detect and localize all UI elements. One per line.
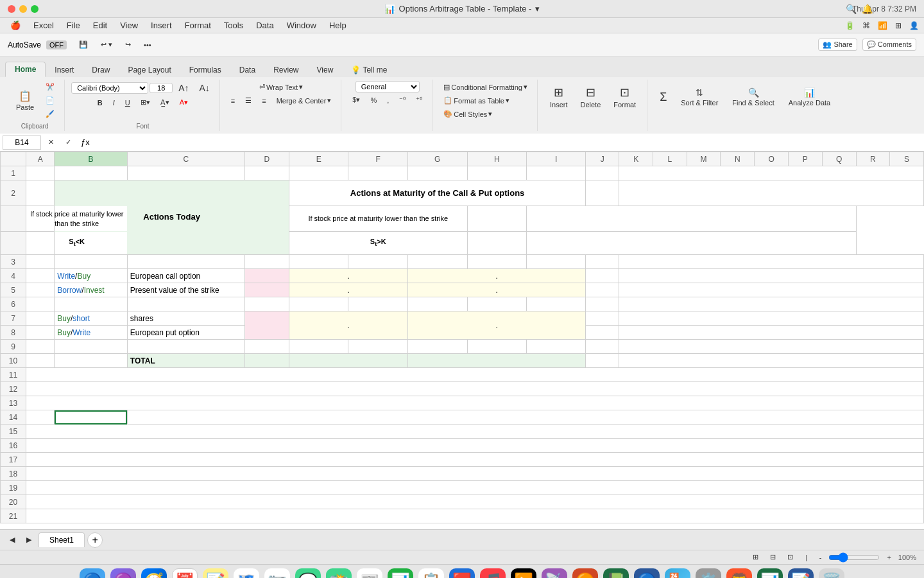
col-header-l[interactable]: L [653, 152, 687, 166]
cell-f1[interactable] [348, 166, 407, 180]
cell-j2[interactable] [586, 180, 619, 206]
short-link[interactable]: short [73, 314, 90, 323]
cancel-formula-button[interactable]: ✕ [44, 136, 58, 148]
save-button[interactable]: 💾 [74, 39, 92, 51]
cell-j8[interactable] [586, 326, 619, 340]
cell-k3-s3[interactable] [619, 255, 924, 269]
confirm-formula-button[interactable]: ✓ [61, 136, 76, 148]
underline-button[interactable]: U [121, 97, 135, 109]
cell-e4[interactable]: . [289, 269, 407, 283]
cell-c1[interactable] [127, 166, 244, 180]
cell-j3[interactable] [586, 255, 619, 269]
tab-page-layout[interactable]: Page Layout [119, 63, 180, 77]
cell-c7[interactable]: shares [127, 311, 244, 326]
cell-f6[interactable] [348, 297, 407, 311]
control-center-icon[interactable]: ⊞ [895, 21, 902, 30]
col-header-p[interactable]: P [789, 152, 823, 166]
tab-formulas[interactable]: Formulas [180, 63, 230, 77]
buy2-link[interactable]: Buy [57, 314, 71, 323]
cell-e5[interactable]: . [289, 283, 407, 297]
cell-k2-s2[interactable] [619, 180, 924, 206]
col-header-d[interactable]: D [244, 152, 289, 166]
tab-draw[interactable]: Draw [83, 63, 119, 77]
cell-c9[interactable] [127, 340, 244, 354]
formula-input[interactable] [95, 136, 921, 150]
scroll-right-tab[interactable]: ▶ [22, 534, 36, 546]
cell-e9[interactable] [289, 340, 348, 354]
cell-c14-s14[interactable] [127, 410, 923, 425]
cell-k1-s1[interactable] [619, 166, 924, 180]
cell-b9[interactable] [55, 340, 128, 354]
cell-k10-s10[interactable] [619, 354, 924, 368]
cell-k4-s4[interactable] [619, 269, 924, 283]
bold-button[interactable]: B [93, 97, 107, 109]
autosave-toggle[interactable]: OFF [46, 40, 67, 49]
help-menu[interactable]: Help [324, 19, 352, 31]
dock-photos[interactable]: 📷 [264, 568, 290, 579]
undo-dropdown-button[interactable]: ↩︎ ▾ [96, 39, 117, 51]
col-header-r[interactable]: R [856, 152, 890, 166]
cell-h9[interactable] [467, 340, 527, 354]
buy3-link[interactable]: Buy [57, 328, 71, 337]
decrease-decimal-button[interactable]: ⁻⁰ [395, 94, 410, 106]
col-header-o[interactable]: O [755, 152, 789, 166]
cell-g3[interactable] [407, 255, 467, 269]
dock-safari[interactable]: 🧭 [141, 568, 167, 579]
font-color-button[interactable]: A▾ [175, 96, 193, 109]
dock-news[interactable]: 📰 [357, 568, 382, 579]
dock-apple-tv[interactable]: ▶️ [511, 568, 536, 579]
cell-d1[interactable] [244, 166, 289, 180]
data-menu[interactable]: Data [251, 19, 278, 31]
cell-c4[interactable]: European call option [127, 269, 244, 283]
col-header-m[interactable]: M [687, 152, 721, 166]
cell-a6[interactable] [26, 297, 55, 311]
border-button[interactable]: ⊞▾ [136, 96, 155, 109]
zoom-slider[interactable] [828, 552, 880, 563]
cell-j9[interactable] [586, 340, 619, 354]
file-menu[interactable]: File [62, 19, 85, 31]
dock-numbers[interactable]: 📊 [388, 568, 413, 579]
cell-g6[interactable] [407, 297, 467, 311]
col-header-f[interactable]: F [348, 152, 407, 166]
cell-i9[interactable] [527, 340, 586, 354]
currency-button[interactable]: $▾ [348, 94, 364, 106]
cell-j5[interactable] [586, 283, 619, 297]
close-button[interactable] [8, 5, 15, 13]
dock-siri[interactable]: 🟣 [110, 568, 136, 579]
comma-button[interactable]: , [382, 94, 393, 106]
cell-j6[interactable] [586, 297, 619, 311]
sheet-grid[interactable]: A B C D E F G H I J K L M N O P Q [0, 152, 924, 529]
cell-f9[interactable] [348, 340, 407, 354]
cell-g7[interactable]: . [407, 311, 585, 340]
minimize-button[interactable] [19, 5, 27, 13]
cell-gi-formula[interactable]: St>K [289, 232, 467, 255]
cell-e2-header[interactable]: Actions at Maturity of the Call & Put op… [289, 180, 585, 206]
cell-a3[interactable] [26, 255, 55, 269]
conditional-formatting-button[interactable]: ▤ Conditional Formatting ▾ [439, 81, 532, 93]
cell-d5[interactable] [244, 283, 289, 297]
dock-messages[interactable]: 💬 [295, 568, 321, 579]
col-header-k[interactable]: K [619, 152, 653, 166]
dock-calendar[interactable]: 📅 [172, 568, 198, 579]
cell-c5[interactable]: Present value of the strike [127, 283, 244, 297]
sort-filter-button[interactable]: ⇅ Sort & Filter [675, 81, 724, 113]
tab-home[interactable]: Home [5, 62, 46, 77]
cell-a10[interactable] [26, 354, 55, 368]
cell-k2b-s2b[interactable] [527, 206, 856, 232]
italic-button[interactable]: I [108, 97, 119, 109]
cell-gi-subheader[interactable]: If stock price at maturity lower than th… [289, 206, 467, 232]
cell-j2b[interactable] [467, 206, 527, 232]
col-header-j[interactable]: J [586, 152, 619, 166]
dock-keynote[interactable]: 🟥 [449, 568, 475, 579]
align-left-button[interactable]: ≡ [227, 95, 239, 107]
cell-a14[interactable] [26, 410, 55, 425]
maximize-button[interactable] [31, 5, 38, 13]
cell-i6[interactable] [527, 297, 586, 311]
cell-d6[interactable] [244, 297, 289, 311]
dock-facetime[interactable]: 📸 [326, 568, 352, 579]
cell-e1[interactable] [289, 166, 348, 180]
col-header-n[interactable]: N [721, 152, 755, 166]
cell-a7[interactable] [26, 311, 55, 326]
dock-app-store[interactable]: 🏪 [665, 568, 690, 579]
edit-menu[interactable]: Edit [88, 19, 112, 31]
